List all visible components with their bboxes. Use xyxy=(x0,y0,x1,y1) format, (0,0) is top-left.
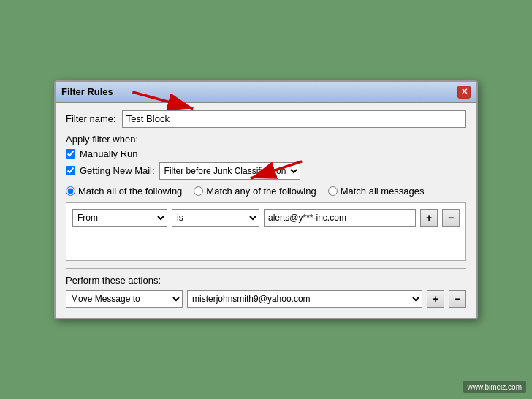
condition-row: From Subject To Date is is not contains … xyxy=(72,209,460,227)
action-add-button[interactable]: + xyxy=(427,290,444,308)
radio-match-messages[interactable] xyxy=(328,186,338,196)
action-type-dropdown[interactable]: Move Message to Copy Message to Delete M… xyxy=(66,290,183,308)
filter-name-row: Filter name: xyxy=(66,110,466,128)
radio-match-any-label: Match any of the following xyxy=(194,186,316,197)
condition-value-input[interactable] xyxy=(264,209,416,227)
getting-new-mail-row: Getting New Mail: Filter before Junk Cla… xyxy=(66,162,466,180)
watermark: www.bimeiz.com xyxy=(463,381,526,393)
match-radio-row: Match all of the following Match any of … xyxy=(66,186,466,197)
title-bar: Filter Rules ✕ xyxy=(56,82,476,103)
close-button[interactable]: ✕ xyxy=(457,86,471,99)
apply-when-label: Apply filter when: xyxy=(66,134,466,145)
radio-match-all[interactable] xyxy=(66,186,75,196)
radio-match-any[interactable] xyxy=(194,186,203,196)
getting-new-mail-label: Getting New Mail: xyxy=(80,165,155,176)
perform-actions-label: Perform these actions: xyxy=(66,275,466,286)
action-destination-dropdown[interactable]: misterjohnsmith9@yahoo.com xyxy=(187,290,422,308)
condition-operator-dropdown[interactable]: is is not contains doesn't contain xyxy=(172,209,259,227)
action-remove-button[interactable]: − xyxy=(449,290,466,308)
filter-name-label: Filter name: xyxy=(66,113,116,124)
dialog-body: Filter name: Apply filter when: Manually… xyxy=(56,103,476,318)
radio-match-messages-label: Match all messages xyxy=(328,186,425,197)
filter-name-input[interactable] xyxy=(122,110,466,128)
condition-add-button[interactable]: + xyxy=(420,209,438,227)
conditions-box: From Subject To Date is is not contains … xyxy=(66,202,466,261)
manually-run-row: Manually Run xyxy=(66,148,466,159)
perform-section: Perform these actions: Move Message to C… xyxy=(66,268,466,308)
condition-remove-button[interactable]: − xyxy=(442,209,460,227)
manually-run-label: Manually Run xyxy=(80,148,138,159)
action-row: Move Message to Copy Message to Delete M… xyxy=(66,290,466,308)
radio-match-all-label: Match all of the following xyxy=(66,186,182,197)
condition-field-dropdown[interactable]: From Subject To Date xyxy=(72,209,167,227)
mail-classification-dropdown[interactable]: Filter before Junk Classification Filter… xyxy=(159,162,300,180)
filter-rules-dialog: Filter Rules ✕ Filter name: Apply filter… xyxy=(54,80,478,319)
manually-run-checkbox[interactable] xyxy=(66,149,75,159)
getting-new-mail-checkbox[interactable] xyxy=(66,166,75,175)
dialog-title: Filter Rules xyxy=(61,86,113,97)
